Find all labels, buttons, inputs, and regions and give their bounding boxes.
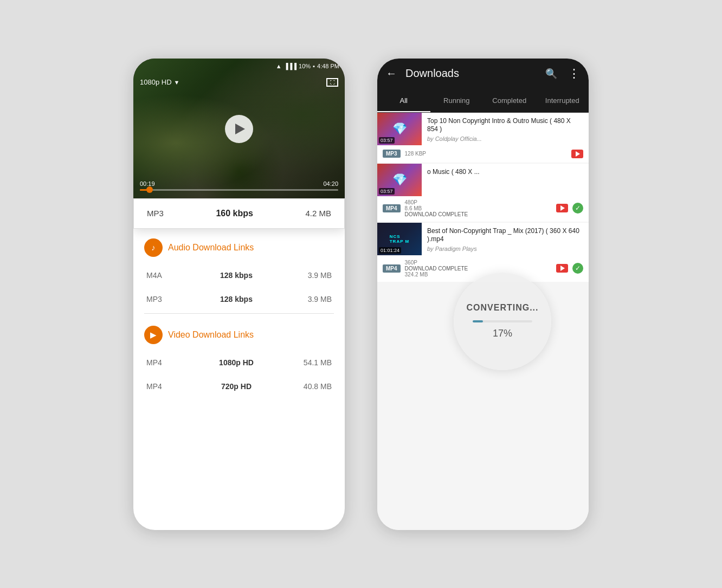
app-bar-icons: 🔍 ⋮ — [545, 68, 580, 80]
item-3-title: Best of Non-Copyright Trap _ Mix (2017) … — [427, 227, 583, 244]
converting-overlay: CONVERTING... 17% — [454, 273, 551, 370]
item-2-format-badge: MP4 — [383, 204, 401, 212]
progress-thumb[interactable] — [146, 186, 153, 193]
item-1-status-area: 128 KBP — [405, 151, 567, 157]
format-mp3: MP3 — [146, 295, 173, 303]
item-3-size: 324.2 MB — [405, 272, 552, 277]
item-2-info: o Music ( 480 X ... — [422, 164, 589, 196]
bitrate-label: 160 kbps — [216, 209, 253, 218]
item-1-top: 💎 03:57 Top 10 Non Copyright Intro & Out… — [377, 113, 589, 146]
item-2-complete: DOWNLOAD COMPLETE — [405, 211, 552, 217]
item-3-format-badge: MP4 — [383, 264, 401, 273]
size-3-9-mp3: 3.9 MB — [299, 295, 332, 303]
item-1-status: 128 KBP — [405, 151, 567, 157]
size-3-9: 3.9 MB — [299, 271, 332, 280]
left-phone: ▲ ▐▐▐ 10% ▪ 4:48 PM 1080p HD ▼ ⛶ 00:19 0… — [133, 59, 345, 530]
converting-progress-bar — [473, 320, 532, 322]
gem-icon-1: 💎 — [392, 122, 407, 136]
time-labels: 00:19 04:20 — [140, 180, 338, 187]
fullscreen-button[interactable]: ⛶ — [326, 78, 338, 87]
tab-interrupted[interactable]: Interrupted — [536, 89, 589, 112]
item-2-status-area: 480P 8.6 MB DOWNLOAD COMPLETE — [405, 199, 552, 217]
right-phone: ← Downloads 🔍 ⋮ All Running Completed In… — [377, 59, 589, 530]
item-2-thumb: 💎 03:57 — [377, 164, 422, 196]
bitrate-1080p: 1080p HD — [173, 358, 299, 367]
converting-progress-fill — [473, 320, 483, 322]
youtube-icon-3[interactable] — [556, 264, 568, 273]
video-section-header: ▶ Video Download Links — [144, 316, 334, 351]
size-54: 54.1 MB — [299, 358, 332, 367]
item-1-thumb: 💎 03:57 — [377, 113, 422, 145]
item-1-title: Top 10 Non Copyright Intro & Outro Music… — [427, 117, 583, 134]
format-mp4-1: MP4 — [146, 358, 173, 367]
audio-icon: ♪ — [144, 238, 163, 257]
section-divider — [144, 313, 334, 314]
item-2-top: 💎 03:57 o Music ( 480 X ... — [377, 164, 589, 196]
item-1-bottom: MP3 128 KBP — [377, 146, 589, 163]
fullscreen-icon: ⛶ — [330, 80, 335, 85]
downloads-list: 💎 03:57 Top 10 Non Copyright Intro & Out… — [377, 113, 589, 530]
back-button[interactable]: ← — [386, 67, 397, 80]
thumb-3-duration: 01:01:24 — [379, 247, 401, 254]
bitrate-128-mp3: 128 kbps — [173, 295, 299, 303]
item-3-quality: 360P — [405, 260, 552, 266]
yt-play-1 — [576, 151, 580, 157]
audio-section-header: ♪ Audio Download Links — [144, 229, 334, 263]
thumb-2-duration: 03:57 — [379, 188, 395, 195]
audio-row-2[interactable]: MP3 128 kbps 3.9 MB — [144, 287, 334, 311]
size-label: 4.2 MB — [305, 209, 331, 218]
tab-completed[interactable]: Completed — [483, 89, 536, 112]
download-item-3[interactable]: NCSTRAP M 01:01:24 Best of Non-Copyright… — [377, 223, 589, 282]
download-section: ♪ Audio Download Links M4A 128 kbps 3.9 … — [133, 229, 345, 530]
quality-badge[interactable]: 1080p HD ▼ — [140, 78, 179, 86]
format-label: MP3 — [147, 209, 164, 218]
wifi-icon: ▲ — [276, 63, 282, 69]
search-button[interactable]: 🔍 — [545, 68, 557, 80]
progress-bar-container: 00:19 04:20 — [140, 180, 338, 191]
format-m4a: M4A — [146, 271, 173, 280]
tab-all[interactable]: All — [377, 89, 430, 112]
video-row-2[interactable]: MP4 720p HD 40.8 MB — [144, 374, 334, 398]
item-3-status-area: 360P DOWNLOAD COMPLETE 324.2 MB — [405, 260, 552, 277]
battery-icon: ▪ — [313, 63, 315, 69]
item-3-complete: DOWNLOAD COMPLETE — [405, 266, 552, 272]
tab-running[interactable]: Running — [430, 89, 484, 112]
youtube-icon-2[interactable] — [556, 204, 568, 212]
progress-track[interactable] — [140, 189, 338, 191]
video-icon: ▶ — [144, 326, 163, 344]
menu-button[interactable]: ⋮ — [568, 68, 580, 80]
download-item-2[interactable]: 💎 03:57 o Music ( 480 X ... MP4 480P 8.6… — [377, 164, 589, 222]
gem-icon-2: 💎 — [392, 173, 407, 187]
total-time: 04:20 — [323, 180, 338, 187]
format-mp4-2: MP4 — [146, 382, 173, 391]
status-bar: ▲ ▐▐▐ 10% ▪ 4:48 PM — [276, 63, 339, 69]
download-item-1[interactable]: 💎 03:57 Top 10 Non Copyright Intro & Out… — [377, 113, 589, 163]
chevron-down-icon: ▼ — [174, 79, 180, 86]
item-2-status: 480P — [405, 199, 552, 205]
ncs-logo: NCSTRAP M — [390, 234, 410, 244]
play-button[interactable] — [225, 115, 253, 143]
app-bar: ← Downloads 🔍 ⋮ — [377, 59, 589, 89]
time-display: 4:48 PM — [317, 63, 339, 69]
video-row-1[interactable]: MP4 1080p HD 54.1 MB — [144, 351, 334, 374]
item-2-size: 8.6 MB — [405, 205, 552, 211]
signal-icon: ▐▐▐ — [284, 63, 296, 69]
video-controls-top: 1080p HD ▼ ⛶ — [133, 78, 345, 87]
item-1-info: Top 10 Non Copyright Intro & Outro Music… — [422, 113, 589, 146]
app-bar-title: Downloads — [405, 67, 537, 80]
video-section-title: Video Download Links — [168, 330, 254, 340]
item-3-info: Best of Non-Copyright Trap _ Mix (2017) … — [422, 223, 589, 256]
audio-section-title: Audio Download Links — [168, 243, 254, 253]
size-40: 40.8 MB — [299, 382, 332, 391]
converting-text: CONVERTING... — [466, 303, 538, 313]
audio-row-1[interactable]: M4A 128 kbps 3.9 MB — [144, 263, 334, 287]
item-2-title: o Music ( 480 X ... — [427, 168, 583, 177]
item-3-top: NCSTRAP M 01:01:24 Best of Non-Copyright… — [377, 223, 589, 256]
item-1-author: by Coldplay Officia... — [427, 135, 583, 142]
tabs-bar: All Running Completed Interrupted — [377, 89, 589, 113]
bitrate-720p: 720p HD — [173, 382, 299, 391]
play-icon — [235, 124, 245, 134]
quality-label: 1080p HD — [140, 78, 172, 86]
youtube-icon-1[interactable] — [571, 150, 583, 158]
highlighted-download-row[interactable]: MP3 160 kbps 4.2 MB — [133, 198, 345, 229]
